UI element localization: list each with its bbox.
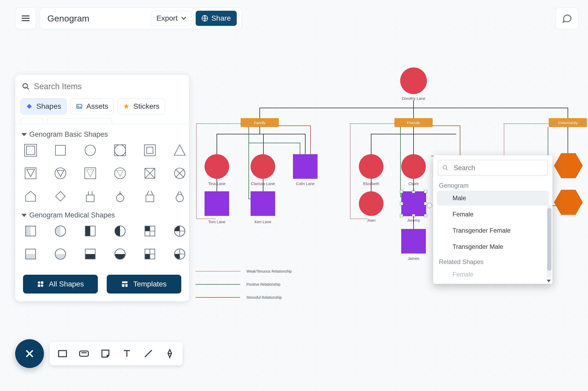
shape-circle[interactable]: [83, 143, 98, 158]
shape-inv-triangle-square[interactable]: [23, 166, 38, 181]
shape-x-circle[interactable]: [172, 166, 187, 181]
node-ken[interactable]: [251, 191, 275, 216]
tab-shapes[interactable]: Shapes: [20, 98, 67, 114]
popup-search[interactable]: [438, 160, 548, 176]
shape-circle-curls[interactable]: [172, 189, 187, 204]
popup-search-input[interactable]: [453, 164, 543, 172]
node-clarissa[interactable]: [251, 154, 275, 179]
templates-button[interactable]: Templates: [107, 275, 182, 294]
tab-shapes-label: Shapes: [36, 102, 61, 111]
shape-double-square[interactable]: [23, 143, 38, 158]
tool-line[interactable]: [142, 348, 154, 360]
shapes-panel: Shapes Assets Stickers Genogram Basic Sh…: [15, 75, 189, 301]
panel-search[interactable]: [15, 75, 189, 97]
tool-sticky[interactable]: [99, 348, 111, 360]
popup-item-male[interactable]: Male: [437, 191, 549, 205]
shape-half-h-square-dark[interactable]: [83, 246, 98, 262]
group-community[interactable]: Community: [549, 118, 587, 127]
shape-half-v-circle-light[interactable]: [53, 223, 68, 239]
basic-shapes-grid: [15, 141, 189, 209]
label-tom: Tom Lane: [208, 220, 225, 224]
panel-search-input[interactable]: [33, 82, 182, 91]
svg-rect-24: [56, 192, 65, 201]
shape-square-lines[interactable]: [83, 189, 98, 204]
popup-item-female[interactable]: Female: [437, 207, 549, 222]
templates-label: Templates: [133, 280, 167, 288]
svg-rect-52: [26, 254, 36, 259]
shape-half-v-square-dark[interactable]: [83, 223, 98, 239]
svg-rect-7: [26, 146, 35, 154]
export-label: Export: [156, 14, 178, 22]
node-joan[interactable]: [359, 191, 383, 216]
svg-point-73: [41, 284, 43, 287]
tool-rectangle[interactable]: [56, 348, 69, 360]
connector: [413, 179, 414, 191]
shape-half-h-square-light[interactable]: [23, 246, 38, 262]
shape-square[interactable]: [53, 143, 68, 158]
shape-half-v-square-light[interactable]: [23, 223, 38, 239]
export-button[interactable]: Export: [151, 11, 191, 26]
popup-item-trans-female[interactable]: Transgender Female: [437, 223, 549, 238]
shape-square-curls[interactable]: [142, 189, 157, 204]
menu-button[interactable]: [15, 7, 36, 29]
node-colin[interactable]: [293, 154, 318, 179]
section-basic-header[interactable]: Genogram Basic Shapes: [15, 128, 189, 141]
connector: [413, 127, 414, 134]
comments-button[interactable]: [556, 7, 579, 29]
scroll-caret-icon[interactable]: [547, 280, 551, 282]
shape-half-h-circle-dark[interactable]: [112, 246, 128, 262]
shape-house[interactable]: [23, 189, 38, 204]
all-shapes-button[interactable]: All Shapes: [23, 275, 98, 294]
shape-quarter-circle[interactable]: [172, 223, 187, 239]
shape-inv-triangle-circle[interactable]: [53, 166, 68, 181]
svg-point-9: [85, 145, 95, 156]
node-elizabeth[interactable]: [359, 154, 383, 179]
shape-half-v-circle-dark[interactable]: [112, 223, 128, 239]
node-claire[interactable]: [401, 154, 426, 179]
svg-point-31: [176, 194, 183, 202]
tool-pen[interactable]: [164, 348, 176, 360]
selection-box[interactable]: [401, 191, 426, 216]
popup-item-peek[interactable]: Female: [437, 267, 549, 282]
shape-circle-lines[interactable]: [112, 189, 128, 204]
medical-shapes-grid: [15, 222, 189, 266]
shape-triangle[interactable]: [172, 143, 187, 158]
tool-card[interactable]: [78, 348, 90, 360]
shape-square-in-square[interactable]: [142, 143, 157, 158]
shape-quarter-square-bottom[interactable]: [142, 246, 157, 262]
shape-quarter-square[interactable]: [142, 223, 157, 239]
tab-assets[interactable]: Assets: [70, 98, 114, 114]
svg-line-82: [145, 350, 152, 357]
node-dorothy[interactable]: [400, 67, 427, 94]
tool-text[interactable]: [121, 348, 133, 360]
connector: [371, 179, 371, 191]
node-jeremy[interactable]: [402, 192, 426, 216]
popup-item-trans-male[interactable]: Transgender Male: [437, 239, 549, 254]
shape-quarter-circle-bottom[interactable]: [172, 246, 187, 262]
svg-point-11: [115, 145, 126, 156]
shape-diamond[interactable]: [53, 189, 68, 204]
scrollbar-thumb[interactable]: [547, 208, 551, 271]
document-title[interactable]: Genogram: [47, 13, 147, 24]
shape-dotted-triangle-circle[interactable]: [112, 166, 128, 181]
close-panel-fab[interactable]: [15, 339, 44, 368]
shape-x-square[interactable]: [142, 166, 157, 181]
node-tina[interactable]: [205, 154, 229, 179]
connector-weak: [196, 123, 197, 219]
connector-handle-icon[interactable]: [427, 203, 432, 208]
connector: [413, 108, 414, 118]
group-family[interactable]: Family: [241, 118, 279, 127]
popup-group-genogram: Genogram: [433, 179, 552, 189]
node-tom[interactable]: [205, 191, 229, 216]
node-james[interactable]: [401, 229, 426, 254]
section-medical-header[interactable]: Genogram Medical Shapes: [15, 209, 189, 222]
shape-dotted-triangle-square[interactable]: [83, 166, 98, 181]
shape-circle-in-square[interactable]: [112, 143, 128, 158]
group-friends[interactable]: Friends: [394, 118, 433, 127]
share-button[interactable]: Share: [196, 11, 237, 26]
connector: [259, 127, 260, 134]
connector-weak: [196, 123, 241, 124]
tab-stickers[interactable]: Stickers: [117, 98, 165, 114]
image-icon: [76, 103, 83, 110]
shape-half-h-circle-light[interactable]: [53, 246, 68, 262]
